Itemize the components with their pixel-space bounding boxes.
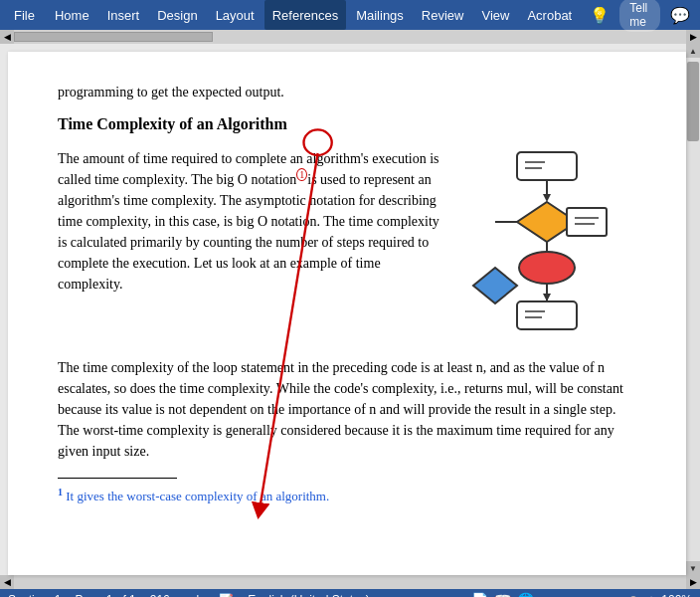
image-column [457, 148, 636, 347]
menu-home[interactable]: Home [47, 0, 97, 30]
status-bar: Section: 1 Page 1 of 1 316 words 📝 Engli… [0, 589, 700, 597]
footnote-divider [58, 478, 177, 479]
footnote-superscript: 1 [296, 168, 307, 181]
menu-acrobat[interactable]: Acrobat [519, 0, 580, 30]
scroll-thumb[interactable] [14, 32, 213, 42]
scroll-right2-btn[interactable]: ▶ [686, 575, 700, 589]
zoom-level: 100% [661, 593, 692, 597]
vertical-scrollbar[interactable]: ▲ ▼ [686, 44, 700, 575]
document-container: programming to get the expected output. … [0, 44, 700, 575]
paragraph1: The amount of time required to complete … [58, 148, 441, 295]
footnote-content: 1 It gives the worst-case complexity of … [58, 485, 636, 506]
view-web-icon[interactable]: 🌐 [517, 592, 534, 597]
scroll-track [14, 32, 686, 42]
scroll-up-button[interactable]: ▲ [686, 44, 700, 58]
menu-design[interactable]: Design [149, 0, 205, 30]
menu-view[interactable]: View [473, 0, 517, 30]
status-right: 📄 📖 🌐 − + 100% [471, 592, 692, 597]
flowchart-diagram [462, 148, 631, 347]
lightbulb-icon[interactable]: 💡 [584, 6, 615, 25]
menu-bar: File Home Insert Design Layout Reference… [0, 0, 700, 30]
scroll-left2-btn[interactable]: ◀ [0, 575, 14, 589]
comments-icon[interactable]: 💬 [664, 6, 696, 25]
menu-mailings[interactable]: Mailings [348, 0, 412, 30]
content-section: The amount of time required to complete … [58, 148, 636, 347]
zoom-plus-btn[interactable]: + [647, 592, 655, 597]
footnote-number: 1 [58, 487, 63, 498]
document-page: programming to get the expected output. … [8, 52, 686, 575]
bottom-scroll-track [14, 577, 686, 587]
status-left: Section: 1 Page 1 of 1 316 words 📝 Engli… [8, 593, 370, 597]
status-words: 316 words [150, 593, 205, 597]
svg-point-10 [519, 252, 575, 284]
bottom-scrollbar[interactable]: ◀ ▶ [0, 575, 700, 589]
scroll-left-btn[interactable]: ◀ [0, 30, 14, 44]
menu-file[interactable]: File [4, 0, 45, 30]
footnote-text-content: It gives the worst-case complexity of an… [66, 489, 329, 503]
menu-review[interactable]: Review [414, 0, 472, 30]
svg-rect-18 [517, 301, 577, 329]
menu-layout[interactable]: Layout [208, 0, 262, 30]
tell-me-box[interactable]: Tell me [619, 0, 660, 32]
scroll-down-button[interactable]: ▼ [686, 561, 700, 575]
view-reading-icon[interactable]: 📖 [494, 592, 511, 597]
intro-paragraph: programming to get the expected output. [58, 82, 636, 102]
horizontal-scrollbar[interactable]: ◀ ▶ [0, 30, 700, 44]
status-page: Page 1 of 1 [75, 593, 135, 597]
tell-me-label: Tell me [629, 1, 650, 29]
view-normal-icon[interactable]: 📄 [471, 592, 488, 597]
text-column: The amount of time required to complete … [58, 148, 441, 347]
paragraph2: The time complexity of the loop statemen… [58, 357, 636, 462]
document-heading: Time Complexity of an Algorithm [58, 112, 636, 136]
scroll-right-btn[interactable]: ▶ [686, 30, 700, 44]
menu-insert[interactable]: Insert [99, 0, 148, 30]
status-section: Section: 1 [8, 593, 61, 597]
zoom-minus-btn[interactable]: − [540, 592, 548, 597]
scroll-thumb[interactable] [687, 62, 699, 141]
document-content: programming to get the expected output. … [58, 82, 636, 506]
proofing-icon[interactable]: 📝 [219, 593, 234, 597]
svg-rect-12 [567, 208, 607, 236]
status-language[interactable]: English (United States) [248, 593, 370, 597]
menu-references[interactable]: References [264, 0, 346, 30]
svg-marker-15 [473, 268, 517, 303]
svg-rect-2 [517, 152, 577, 180]
